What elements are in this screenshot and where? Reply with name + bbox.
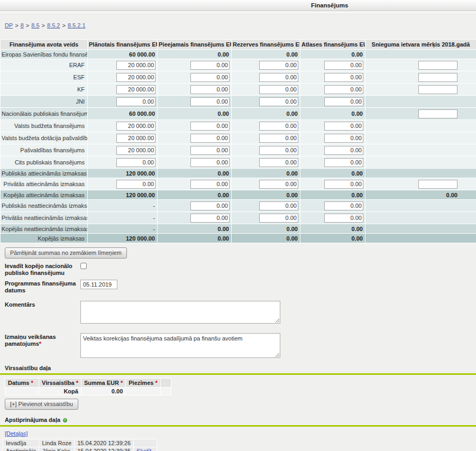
add-virssaistiba-button[interactable]: [+] Pievienot virssaistību: [5, 399, 78, 410]
amount-input[interactable]: [259, 180, 298, 189]
amount-input[interactable]: [190, 134, 230, 143]
programme-date-input[interactable]: [80, 280, 117, 289]
view-link[interactable]: Skatīt: [136, 448, 151, 451]
recalculate-button[interactable]: Pārrēķināt summas no zemākiem līmeņiem: [5, 247, 127, 259]
cell-value: 0.00: [300, 190, 365, 200]
amount-input[interactable]: [190, 73, 230, 82]
amount-input[interactable]: [116, 146, 155, 155]
target-input[interactable]: [418, 73, 457, 82]
cell-value: 0.00: [158, 169, 232, 178]
col-header-planotais: Plānotais finansējums EUR: [88, 40, 158, 50]
cell-value: 0.00: [232, 234, 300, 243]
cell-value: 0.00: [300, 224, 365, 234]
approval-table: Ievadīja Linda Roze 15.04.2020 12:39:26 …: [3, 439, 157, 451]
required-asterisk: *: [76, 380, 78, 386]
table-row: ERAF: [1, 59, 476, 71]
cell-empty: [134, 439, 157, 447]
virssaistibas-header: Datums * Virssaistība * Summa EUR * Piez…: [5, 379, 171, 388]
approval-datetime: 15.04.2020 12:39:26: [75, 439, 134, 447]
reason-textarea[interactable]: Veiktas korekcijas finansējuma sadalījum…: [80, 333, 280, 358]
amount-input[interactable]: [116, 61, 155, 70]
cell-empty: [365, 120, 476, 132]
amount-input[interactable]: [259, 85, 298, 94]
amount-input[interactable]: [190, 61, 230, 70]
approval-action: Ievadīja: [3, 439, 39, 447]
amount-input[interactable]: [190, 146, 230, 155]
target-input[interactable]: [418, 61, 457, 70]
cell-empty: [365, 212, 476, 224]
amount-input[interactable]: [259, 73, 298, 82]
target-input[interactable]: [418, 85, 457, 94]
amount-input[interactable]: [259, 122, 298, 131]
amount-input[interactable]: [116, 134, 155, 143]
finance-table-header: Finansējuma avota veids Plānotais finans…: [1, 40, 476, 50]
row-label: JNI: [1, 96, 88, 108]
amount-input[interactable]: [116, 180, 155, 189]
col-header-virssaistiba: Virssaistība *: [39, 379, 81, 388]
amount-input[interactable]: [259, 134, 298, 143]
amount-input[interactable]: [190, 158, 230, 167]
amount-input[interactable]: [324, 214, 363, 223]
amount-input[interactable]: [324, 158, 363, 167]
amount-input[interactable]: [116, 122, 155, 131]
amount-input[interactable]: [324, 146, 363, 155]
programme-date-label: Programmas finansējuma datums: [5, 280, 80, 294]
amount-input[interactable]: [116, 73, 155, 82]
breadcrumb-link-8[interactable]: 8: [21, 22, 24, 29]
breadcrumb: DP>8>8.5>8.5.2>8.5.2.1: [5, 22, 476, 29]
target-input[interactable]: [418, 180, 457, 189]
cell-value: -: [88, 212, 158, 224]
amount-input[interactable]: [116, 158, 155, 167]
amount-input[interactable]: [259, 146, 298, 155]
amount-input[interactable]: [116, 97, 155, 106]
breadcrumb-link-8-5-2[interactable]: 8.5.2: [47, 22, 60, 29]
col-header-pieejamais: Pieejamais finansējums EUR: [158, 40, 232, 50]
row-label: Publiskās neattiecināmās izmaksas: [1, 200, 88, 212]
amount-input[interactable]: [190, 201, 230, 210]
col-header-datums: Datums *: [5, 379, 39, 388]
amount-input[interactable]: [259, 97, 298, 106]
table-row: Privātās attiecināmās izmaksas: [1, 178, 476, 190]
breadcrumb-separator: >: [42, 22, 45, 29]
amount-input[interactable]: [324, 85, 363, 94]
comment-textarea[interactable]: [80, 301, 280, 324]
amount-input[interactable]: [324, 122, 363, 131]
breadcrumb-link-dp[interactable]: DP: [5, 22, 13, 29]
amount-input[interactable]: [324, 201, 363, 210]
table-row: JNI: [1, 96, 476, 108]
table-row: Publiskās attiecināmās izmaksas 120 000.…: [1, 169, 476, 178]
amount-input[interactable]: [190, 122, 230, 131]
table-row: Pašvaldības finansējums: [1, 144, 476, 157]
row-label: Pašvaldības finansējums: [1, 144, 88, 157]
page-title: Finansējums: [311, 2, 348, 8]
amount-input[interactable]: [324, 61, 363, 70]
amount-input[interactable]: [190, 180, 230, 189]
amount-input[interactable]: [116, 85, 155, 94]
amount-input[interactable]: [259, 61, 298, 70]
amount-input[interactable]: [190, 214, 230, 223]
details-link[interactable]: [Detaļas]: [5, 430, 28, 437]
required-asterisk: *: [31, 380, 33, 386]
cell-value: 0.00: [300, 50, 365, 59]
cell-empty: [365, 169, 476, 178]
amount-input[interactable]: [324, 73, 363, 82]
row-label: Kopējās izmaksas: [1, 234, 88, 243]
amount-input[interactable]: [324, 97, 363, 106]
row-label: Valsts budžeta finansējums: [1, 120, 88, 132]
national-funding-checkbox[interactable]: [80, 263, 87, 269]
breadcrumb-link-8-5[interactable]: 8.5: [31, 22, 39, 29]
amount-input[interactable]: [259, 201, 298, 210]
amount-input[interactable]: [190, 97, 230, 106]
target-input[interactable]: [418, 109, 457, 118]
col-header-atlases: Atlases finansējums EUR: [300, 40, 365, 50]
breadcrumb-link-8-5-2-1[interactable]: 8.5.2.1: [68, 22, 86, 29]
amount-input[interactable]: [259, 214, 298, 223]
table-row: Privātās neattiecināmās izmaksas -: [1, 212, 476, 224]
table-row: ESF: [1, 71, 476, 84]
cell-empty: [126, 388, 160, 395]
amount-input[interactable]: [324, 180, 363, 189]
amount-input[interactable]: [259, 158, 298, 167]
amount-input[interactable]: [190, 85, 230, 94]
amount-input[interactable]: [324, 134, 363, 143]
title-bar: Finansējums: [0, 0, 476, 11]
